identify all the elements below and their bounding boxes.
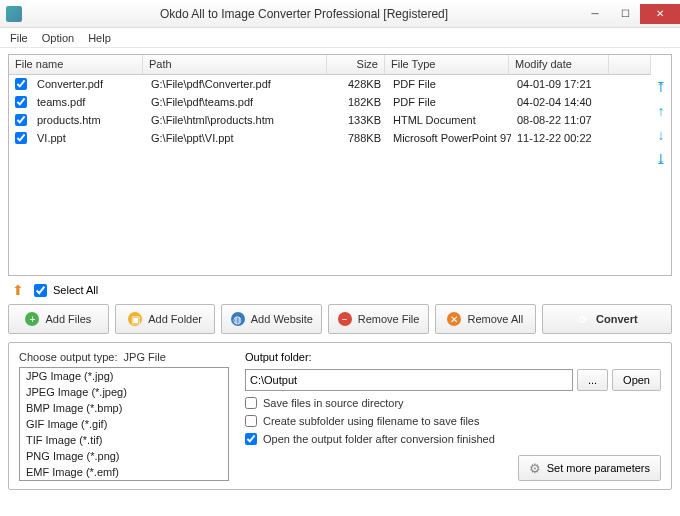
move-up-icon[interactable]: ↑ xyxy=(658,103,665,119)
browse-button[interactable]: ... xyxy=(577,369,608,391)
col-type[interactable]: File Type xyxy=(385,55,509,74)
open-after-checkbox-row: Open the output folder after conversion … xyxy=(245,433,661,445)
more-parameters-button[interactable]: ⚙ Set more parameters xyxy=(518,455,661,481)
output-folder-label: Output folder: xyxy=(245,351,661,363)
output-folder-input[interactable] xyxy=(245,369,573,391)
app-icon xyxy=(6,6,22,22)
select-all-checkbox[interactable] xyxy=(34,284,47,297)
close-button[interactable]: ✕ xyxy=(640,4,680,24)
cell-path: G:\File\ppt\VI.ppt xyxy=(145,131,329,145)
gear-icon: ⚙ xyxy=(529,461,541,476)
cell-path: G:\File\pdf\teams.pdf xyxy=(145,95,329,109)
list-item[interactable]: GIF Image (*.gif) xyxy=(20,416,228,432)
cell-type: PDF File xyxy=(387,95,511,109)
minimize-button[interactable]: ─ xyxy=(580,4,610,24)
cell-date: 04-01-09 17:21 xyxy=(511,77,621,91)
titlebar: Okdo All to Image Converter Professional… xyxy=(0,0,680,28)
cell-date: 04-02-04 14:40 xyxy=(511,95,621,109)
cell-size: 788KB xyxy=(329,131,387,145)
file-list: File name Path Size File Type Modify dat… xyxy=(8,54,672,276)
row-checkbox[interactable] xyxy=(15,114,27,126)
up-folder-icon[interactable]: ⬆ xyxy=(12,282,24,298)
list-item[interactable]: TIF Image (*.tif) xyxy=(20,432,228,448)
minus-icon: − xyxy=(338,312,352,326)
menu-option[interactable]: Option xyxy=(42,32,74,44)
cell-type: HTML Document xyxy=(387,113,511,127)
cell-date: 11-12-22 00:22 xyxy=(511,131,621,145)
cell-name: Converter.pdf xyxy=(31,77,145,91)
reorder-buttons: ⤒ ↑ ↓ ⤓ xyxy=(651,55,671,275)
row-checkbox[interactable] xyxy=(15,96,27,108)
window-title: Okdo All to Image Converter Professional… xyxy=(28,7,580,21)
menubar: File Option Help xyxy=(0,28,680,48)
move-top-icon[interactable]: ⤒ xyxy=(655,79,667,95)
move-down-icon[interactable]: ↓ xyxy=(658,127,665,143)
convert-button[interactable]: ⟳Convert xyxy=(542,304,672,334)
save-source-checkbox[interactable] xyxy=(245,397,257,409)
table-row[interactable]: teams.pdfG:\File\pdf\teams.pdf182KBPDF F… xyxy=(9,93,651,111)
open-after-checkbox[interactable] xyxy=(245,433,257,445)
table-row[interactable]: products.htmG:\File\html\products.htm133… xyxy=(9,111,651,129)
col-filename[interactable]: File name xyxy=(9,55,143,74)
cell-type: Microsoft PowerPoint 97... xyxy=(387,131,511,145)
table-row[interactable]: VI.pptG:\File\ppt\VI.ppt788KBMicrosoft P… xyxy=(9,129,651,147)
save-source-checkbox-row: Save files in source directory xyxy=(245,397,661,409)
add-files-button[interactable]: +Add Files xyxy=(8,304,109,334)
cell-name: teams.pdf xyxy=(31,95,145,109)
cell-size: 133KB xyxy=(329,113,387,127)
cell-path: G:\File\html\products.htm xyxy=(145,113,329,127)
cell-type: PDF File xyxy=(387,77,511,91)
menu-file[interactable]: File xyxy=(10,32,28,44)
remove-file-button[interactable]: −Remove File xyxy=(328,304,429,334)
settings-panel: Choose output type: JPG File JPG Image (… xyxy=(8,342,672,490)
col-size[interactable]: Size xyxy=(327,55,385,74)
subfolder-checkbox-row: Create subfolder using filename to save … xyxy=(245,415,661,427)
list-item[interactable]: EMF Image (*.emf) xyxy=(20,464,228,480)
cell-name: VI.ppt xyxy=(31,131,145,145)
globe-icon: ◍ xyxy=(231,312,245,326)
list-header: File name Path Size File Type Modify dat… xyxy=(9,55,651,75)
cell-date: 08-08-22 11:07 xyxy=(511,113,621,127)
list-item[interactable]: JPG Image (*.jpg) xyxy=(20,368,228,384)
list-item[interactable]: PNG Image (*.png) xyxy=(20,448,228,464)
folder-icon: ▣ xyxy=(128,312,142,326)
cell-name: products.htm xyxy=(31,113,145,127)
cell-size: 182KB xyxy=(329,95,387,109)
add-website-button[interactable]: ◍Add Website xyxy=(221,304,322,334)
subfolder-checkbox[interactable] xyxy=(245,415,257,427)
row-checkbox[interactable] xyxy=(15,132,27,144)
table-row[interactable]: Converter.pdfG:\File\pdf\Converter.pdf42… xyxy=(9,75,651,93)
convert-icon: ⟳ xyxy=(576,312,590,326)
list-item[interactable]: JPEG Image (*.jpeg) xyxy=(20,384,228,400)
select-all-label: Select All xyxy=(53,284,98,296)
x-icon: ✕ xyxy=(447,312,461,326)
remove-all-button[interactable]: ✕Remove All xyxy=(435,304,536,334)
move-bottom-icon[interactable]: ⤓ xyxy=(655,151,667,167)
maximize-button[interactable]: ☐ xyxy=(610,4,640,24)
cell-path: G:\File\pdf\Converter.pdf xyxy=(145,77,329,91)
open-folder-button[interactable]: Open xyxy=(612,369,661,391)
add-folder-button[interactable]: ▣Add Folder xyxy=(115,304,216,334)
col-path[interactable]: Path xyxy=(143,55,327,74)
output-type-label: Choose output type: JPG File xyxy=(19,351,229,363)
cell-size: 428KB xyxy=(329,77,387,91)
list-item[interactable]: BMP Image (*.bmp) xyxy=(20,400,228,416)
plus-icon: + xyxy=(25,312,39,326)
col-date[interactable]: Modify date xyxy=(509,55,609,74)
menu-help[interactable]: Help xyxy=(88,32,111,44)
output-type-list[interactable]: JPG Image (*.jpg)JPEG Image (*.jpeg)BMP … xyxy=(19,367,229,481)
col-spacer xyxy=(609,55,651,74)
row-checkbox[interactable] xyxy=(15,78,27,90)
